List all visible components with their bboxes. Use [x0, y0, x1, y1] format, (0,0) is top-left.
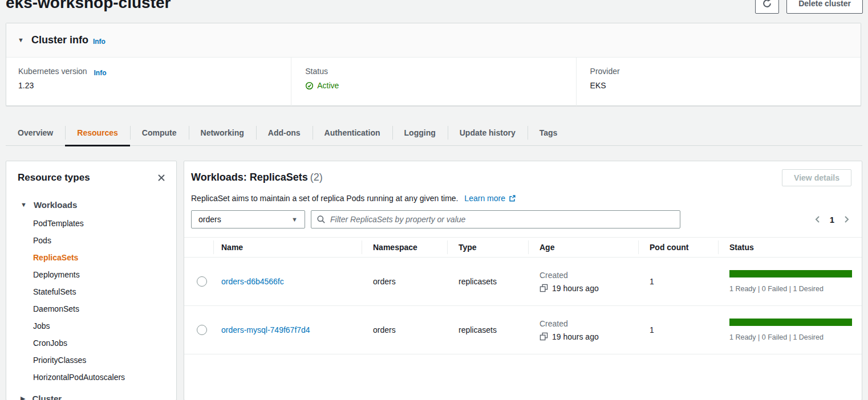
external-link-icon	[508, 194, 516, 202]
replicasets-panel: Workloads: ReplicaSets(2) View details R…	[184, 161, 862, 400]
tab-networking[interactable]: Networking	[189, 120, 256, 145]
learn-more-link[interactable]: Learn more	[464, 194, 516, 203]
prev-page-button[interactable]	[813, 215, 822, 224]
column-header-status[interactable]: Status	[718, 238, 862, 257]
copy-icon[interactable]	[540, 332, 548, 341]
pod-count-cell: 1	[638, 277, 718, 286]
sidebar-item-daemonsets[interactable]: DaemonSets	[6, 300, 176, 317]
kubernetes-version-label: Kubernetes version	[18, 67, 87, 76]
name-cell: orders-mysql-749f67f7d4	[213, 325, 362, 334]
age-cell: Created19 hours ago	[528, 271, 638, 293]
age-created-label: Created	[540, 319, 638, 328]
column-header-name[interactable]: Name	[213, 238, 362, 257]
sidebar-item-podtemplates[interactable]: PodTemplates	[6, 215, 176, 232]
replicasets-table: NameNamespaceTypeAgePod countStatus orde…	[184, 237, 862, 354]
tab-bar: OverviewResourcesComputeNetworkingAdd-on…	[6, 120, 862, 146]
tab-tags[interactable]: Tags	[528, 120, 570, 145]
item-count: (2)	[310, 172, 323, 183]
copy-icon[interactable]	[540, 284, 548, 292]
kubernetes-version-info-link[interactable]: Info	[94, 69, 107, 77]
search-icon	[317, 215, 326, 224]
replicaset-name-link[interactable]: orders-d6b4566fc	[221, 277, 284, 286]
select-cell	[184, 276, 213, 287]
status-cell: 1 Ready | 0 Failed | 1 Desired	[718, 319, 862, 341]
provider-value: EKS	[590, 81, 861, 90]
sidebar-item-pods[interactable]: Pods	[6, 232, 176, 249]
resource-types-panel: Resource types ▼ Workloads PodTemplatesP…	[6, 161, 177, 400]
sidebar-item-cronjobs[interactable]: CronJobs	[6, 334, 176, 352]
column-header-pod-count[interactable]: Pod count	[638, 238, 718, 257]
pagination: 1	[813, 210, 851, 228]
sidebar-item-statefulsets[interactable]: StatefulSets	[6, 283, 176, 300]
table-body: orders-d6b4566fcordersreplicasetsCreated…	[184, 258, 862, 354]
tab-resources[interactable]: Resources	[65, 120, 130, 145]
sidebar-group-label: Workloads	[34, 200, 77, 210]
view-details-button[interactable]: View details	[782, 169, 851, 186]
sidebar-item-jobs[interactable]: Jobs	[6, 317, 176, 334]
age-value: 19 hours ago	[540, 332, 638, 341]
cluster-info-card: ▼ Cluster info Info Kubernetes version I…	[6, 23, 861, 106]
cluster-info-title: Cluster info	[31, 34, 88, 46]
tab-overview[interactable]: Overview	[6, 120, 65, 145]
provider-field: Provider EKS	[576, 58, 861, 106]
page-number[interactable]: 1	[830, 215, 834, 225]
select-cell	[184, 325, 213, 335]
column-header-age[interactable]: Age	[528, 238, 638, 257]
sidebar-group-workloads[interactable]: ▼ Workloads	[6, 200, 176, 210]
status-field: Status Active	[291, 58, 575, 106]
sidebar-item-priorityclasses[interactable]: PriorityClasses	[6, 352, 176, 369]
age-text: 19 hours ago	[552, 284, 599, 293]
refresh-icon	[762, 0, 772, 9]
column-header-namespace[interactable]: Namespace	[362, 238, 447, 257]
namespace-cell: orders	[362, 325, 447, 334]
table-row: orders-mysql-749f67f7d4ordersreplicasets…	[184, 306, 862, 354]
column-header-select	[184, 238, 213, 257]
sidebar-group-label: Cluster	[32, 394, 62, 400]
cluster-info-body: Kubernetes version Info 1.23 Status Acti…	[6, 58, 861, 106]
panel-description: ReplicaSet aims to maintain a set of rep…	[191, 194, 458, 203]
sidebar-item-replicasets[interactable]: ReplicaSets	[6, 249, 176, 266]
search-input[interactable]	[329, 214, 675, 225]
cluster-info-header[interactable]: ▼ Cluster info Info	[6, 23, 861, 58]
header-actions: Delete cluster	[755, 0, 863, 14]
cluster-info-info-link[interactable]: Info	[93, 38, 106, 46]
tab-compute[interactable]: Compute	[130, 120, 189, 145]
age-value: 19 hours ago	[540, 284, 638, 293]
provider-label: Provider	[590, 67, 861, 76]
age-cell: Created19 hours ago	[528, 319, 638, 341]
table-header: NameNamespaceTypeAgePod countStatus	[184, 237, 862, 258]
caret-down-icon: ▼	[21, 202, 27, 208]
page-title: eks-workshop-cluster	[6, 0, 171, 12]
collapse-caret-icon: ▼	[18, 37, 24, 43]
replicaset-name-link[interactable]: orders-mysql-749f67f7d4	[221, 325, 310, 334]
tab-update-history[interactable]: Update history	[448, 120, 528, 145]
pod-count-cell: 1	[638, 325, 718, 334]
delete-cluster-button[interactable]: Delete cluster	[786, 0, 863, 14]
kubernetes-version-value: 1.23	[18, 81, 291, 90]
close-icon[interactable]	[156, 172, 167, 183]
sidebar-group-cluster[interactable]: ▶ Cluster	[6, 394, 176, 400]
tab-authentication[interactable]: Authentication	[313, 120, 392, 145]
column-header-type[interactable]: Type	[447, 238, 528, 257]
row-select-radio[interactable]	[197, 276, 207, 287]
row-select-radio[interactable]	[197, 325, 207, 335]
status-text: 1 Ready | 0 Failed | 1 Desired	[729, 333, 862, 341]
chevron-down-icon: ▼	[291, 217, 298, 223]
status-bar	[729, 270, 852, 277]
age-text: 19 hours ago	[552, 332, 599, 341]
next-page-button[interactable]	[842, 215, 851, 224]
check-circle-icon	[305, 81, 314, 90]
tab-add-ons[interactable]: Add-ons	[256, 120, 313, 145]
refresh-button[interactable]	[755, 0, 779, 14]
namespace-filter-dropdown[interactable]: orders ▼	[191, 210, 305, 228]
age-created-label: Created	[540, 271, 638, 280]
sidebar-item-horizontalpodautoscalers[interactable]: HorizontalPodAutoscalers	[6, 369, 176, 386]
dropdown-value: orders	[198, 215, 221, 224]
tab-logging[interactable]: Logging	[392, 120, 448, 145]
type-cell: replicasets	[447, 325, 528, 334]
type-cell: replicasets	[447, 277, 528, 286]
status-text: 1 Ready | 0 Failed | 1 Desired	[729, 285, 862, 293]
panel-title: Workloads: ReplicaSets	[191, 172, 308, 183]
sidebar-item-deployments[interactable]: Deployments	[6, 266, 176, 283]
table-row: orders-d6b4566fcordersreplicasetsCreated…	[184, 258, 862, 306]
